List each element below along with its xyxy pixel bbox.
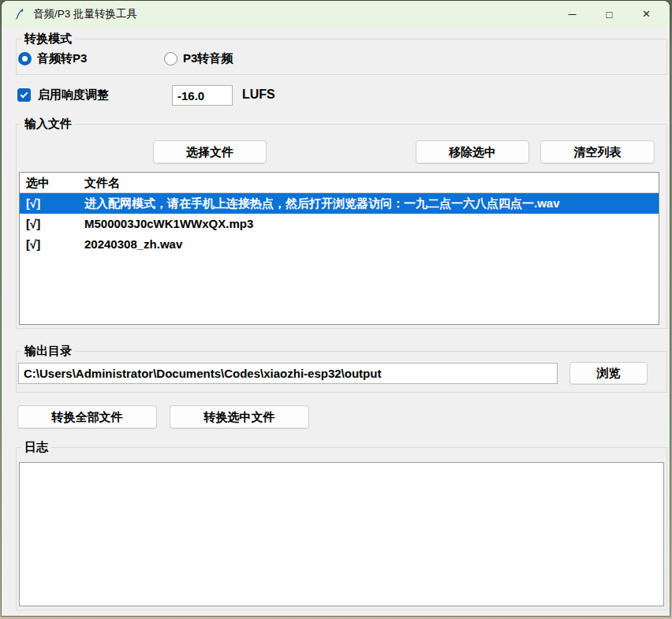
- conversion-mode-group: 转换模式 音频转P3 P3转音频: [16, 39, 667, 75]
- output-dir-label: 输出目录: [21, 344, 75, 358]
- file-list-table: 选中 文件名 [√] 进入配网模式，请在手机上连接热点，然后打开浏览器访问：一九…: [19, 172, 659, 325]
- maximize-icon: □: [607, 9, 613, 21]
- input-files-label: 输入文件: [21, 117, 75, 131]
- window-title: 音频/P3 批量转换工具: [33, 7, 554, 21]
- header-selected-column[interactable]: 选中: [20, 173, 80, 192]
- titlebar: 音频/P3 批量转换工具 ─ □ ×: [2, 1, 670, 28]
- log-output[interactable]: [19, 462, 664, 606]
- file-list-header: 选中 文件名: [20, 173, 659, 193]
- browse-button[interactable]: 浏览: [569, 362, 648, 385]
- file-row-1[interactable]: [√] 进入配网模式，请在手机上连接热点，然后打开浏览器访问：一九二点一六八点四…: [20, 193, 659, 214]
- output-dir-group: 输出目录 浏览: [16, 351, 667, 393]
- maximize-button[interactable]: □: [591, 1, 628, 28]
- remove-selected-button[interactable]: 移除选中: [416, 140, 529, 164]
- log-group: 日志: [16, 447, 667, 610]
- file-row-3-check: [√]: [20, 234, 80, 255]
- loudness-checkbox[interactable]: [17, 88, 31, 102]
- file-row-3[interactable]: [√] 20240308_zh.wav: [20, 234, 659, 255]
- file-row-2[interactable]: [√] M500003J0cWK1WWxQX.mp3: [20, 214, 659, 234]
- close-button[interactable]: ×: [628, 1, 665, 28]
- lufs-unit-label: LUFS: [242, 88, 275, 102]
- minimize-button[interactable]: ─: [554, 1, 591, 28]
- radio-unselected-icon: [164, 52, 177, 65]
- output-path-input[interactable]: [18, 363, 558, 384]
- close-icon: ×: [643, 6, 651, 22]
- conversion-mode-label: 转换模式: [21, 32, 75, 46]
- convert-all-button[interactable]: 转换全部文件: [17, 405, 157, 429]
- convert-selected-button[interactable]: 转换选中文件: [170, 405, 309, 429]
- file-row-2-name: M500003J0cWK1WWxQX.mp3: [80, 214, 659, 234]
- radio-p3-to-audio[interactable]: P3转音频: [164, 51, 233, 66]
- radio-row: 音频转P3 P3转音频: [17, 51, 666, 66]
- file-row-3-name: 20240308_zh.wav: [80, 234, 659, 255]
- app-window: 音频/P3 批量转换工具 ─ □ × 转换模式 音频转P3 P3转音频: [2, 1, 670, 616]
- radio-selected-icon: [18, 52, 32, 65]
- radio-audio-to-p3[interactable]: 音频转P3: [18, 51, 164, 66]
- log-label: 日志: [21, 440, 51, 454]
- clear-list-button[interactable]: 清空列表: [540, 140, 655, 164]
- select-files-button[interactable]: 选择文件: [153, 140, 267, 164]
- file-row-1-name: 进入配网模式，请在手机上连接热点，然后打开浏览器访问：一九二点一六八点四点一.w…: [80, 193, 659, 214]
- input-files-group: 输入文件 选择文件 移除选中 清空列表 选中 文件名 [√] 进入配网模式，请在…: [16, 124, 667, 329]
- lufs-input[interactable]: [172, 85, 233, 106]
- loudness-checkbox-label: 启用响度调整: [38, 88, 109, 103]
- file-row-1-check: [√]: [20, 193, 80, 214]
- radio-audio-to-p3-label: 音频转P3: [37, 51, 87, 66]
- minimize-icon: ─: [569, 8, 577, 21]
- radio-p3-to-audio-label: P3转音频: [183, 51, 233, 66]
- file-row-2-check: [√]: [20, 214, 80, 234]
- tk-feather-icon: [13, 8, 26, 21]
- header-filename-column[interactable]: 文件名: [80, 173, 659, 192]
- loudness-row: 启用响度调整 LUFS: [17, 85, 349, 107]
- check-icon: [21, 91, 28, 99]
